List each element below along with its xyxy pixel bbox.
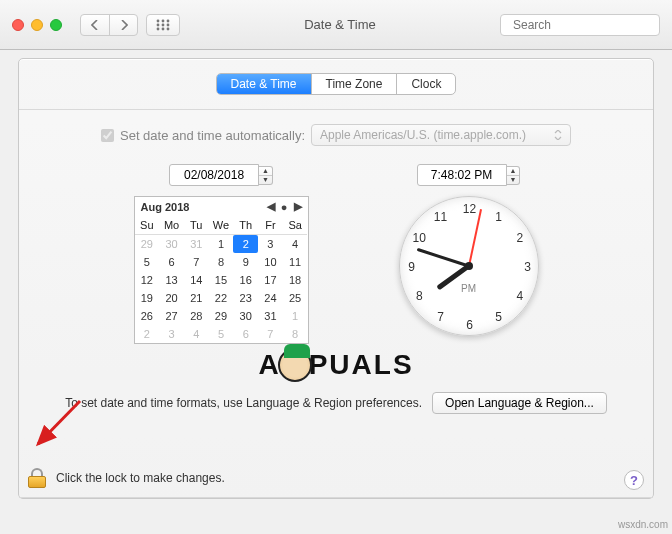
formats-row: To set date and time formats, use Langua… (65, 392, 607, 414)
calendar-day[interactable]: 3 (258, 235, 283, 253)
search-input[interactable] (513, 18, 663, 32)
nav-back-forward (80, 14, 138, 36)
calendar-day[interactable]: 28 (184, 307, 209, 325)
calendar-day[interactable]: 20 (159, 289, 184, 307)
calendar-day[interactable]: 13 (159, 271, 184, 289)
clock-number: 9 (408, 260, 415, 274)
time-field: ▲▼ (417, 164, 521, 186)
calendar-day[interactable]: 8 (209, 253, 234, 271)
back-button[interactable] (81, 15, 109, 35)
stepper-down-icon: ▼ (507, 175, 520, 184)
formats-hint: To set date and time formats, use Langua… (65, 396, 422, 410)
tab-segmented-control: Date & TimeTime ZoneClock (216, 73, 457, 95)
tab-time-zone[interactable]: Time Zone (311, 74, 397, 94)
clock-number: 11 (434, 210, 447, 224)
calendar-dow: We (209, 216, 234, 235)
calendar-day[interactable]: 6 (159, 253, 184, 271)
calendar-day[interactable]: 7 (184, 253, 209, 271)
calendar-day-out[interactable]: 6 (233, 325, 258, 343)
calendar-day[interactable]: 10 (258, 253, 283, 271)
calendar-day[interactable]: 9 (233, 253, 258, 271)
calendar-day[interactable]: 11 (283, 253, 308, 271)
image-credit: wsxdn.com (618, 519, 668, 530)
calendar-day-out[interactable]: 8 (283, 325, 308, 343)
calendar-day[interactable]: 30 (233, 307, 258, 325)
calendar-day-out[interactable]: 7 (258, 325, 283, 343)
svg-point-4 (162, 23, 165, 26)
calendar-today-button[interactable]: ● (281, 201, 288, 213)
calendar-day[interactable]: 27 (159, 307, 184, 325)
date-stepper[interactable]: ▲▼ (259, 166, 273, 185)
svg-point-5 (167, 23, 170, 26)
traffic-lights (12, 19, 62, 31)
time-server-dropdown[interactable]: Apple Americas/U.S. (time.apple.com.) (311, 124, 571, 146)
calendar-day[interactable]: 2 (233, 235, 258, 253)
calendar-day[interactable]: 25 (283, 289, 308, 307)
open-language-region-button[interactable]: Open Language & Region... (432, 392, 607, 414)
date-time-tab-content: Set date and time automatically: Apple A… (19, 109, 653, 498)
calendar-day[interactable]: 18 (283, 271, 308, 289)
close-window-button[interactable] (12, 19, 24, 31)
minimize-window-button[interactable] (31, 19, 43, 31)
zoom-window-button[interactable] (50, 19, 62, 31)
preference-pane: Date & TimeTime ZoneClock Set date and t… (18, 58, 654, 499)
calendar-next-button[interactable]: ▶ (294, 200, 302, 213)
calendar-dow: Sa (283, 216, 308, 235)
watermark: A PUALS (258, 348, 413, 382)
calendar-day-out[interactable]: 5 (209, 325, 234, 343)
calendar-day[interactable]: 29 (209, 307, 234, 325)
calendar-day-out[interactable]: 4 (184, 325, 209, 343)
annotation-arrow (30, 396, 90, 459)
minute-hand (417, 248, 469, 268)
calendar-dow: Su (135, 216, 160, 235)
forward-button[interactable] (109, 15, 137, 35)
calendar-day[interactable]: 1 (209, 235, 234, 253)
calendar-day[interactable]: 22 (209, 289, 234, 307)
calendar-day[interactable]: 16 (233, 271, 258, 289)
calendar-day[interactable]: 31 (258, 307, 283, 325)
svg-point-0 (157, 19, 160, 22)
lock-icon[interactable] (28, 468, 46, 488)
calendar-day[interactable]: 14 (184, 271, 209, 289)
calendar-day[interactable]: 12 (135, 271, 160, 289)
auto-set-label: Set date and time automatically: (120, 128, 305, 143)
tab-date-time[interactable]: Date & Time (217, 74, 311, 94)
calendar-day-out[interactable]: 2 (135, 325, 160, 343)
auto-set-checkbox[interactable] (101, 129, 114, 142)
calendar-day[interactable]: 19 (135, 289, 160, 307)
show-all-button[interactable] (146, 14, 180, 36)
clock-number: 8 (416, 289, 423, 303)
calendar-day[interactable]: 23 (233, 289, 258, 307)
lock-hint: Click the lock to make changes. (56, 471, 225, 485)
calendar-dow: Tu (184, 216, 209, 235)
time-server-value: Apple Americas/U.S. (time.apple.com.) (320, 128, 526, 142)
svg-point-1 (162, 19, 165, 22)
calendar-day-out[interactable]: 31 (184, 235, 209, 253)
date-input[interactable] (169, 164, 259, 186)
calendar-day[interactable]: 4 (283, 235, 308, 253)
time-input[interactable] (417, 164, 507, 186)
calendar-day[interactable]: 21 (184, 289, 209, 307)
clock-number: 10 (413, 231, 426, 245)
calendar-day-out[interactable]: 30 (159, 235, 184, 253)
calendar-day-out[interactable]: 29 (135, 235, 160, 253)
help-button[interactable]: ? (624, 470, 644, 490)
calendar: Aug 2018 ◀ ● ▶ SuMoTuWeThFrSa29303112345… (134, 196, 309, 344)
search-field-wrap[interactable] (500, 14, 660, 36)
svg-point-7 (162, 27, 165, 30)
calendar-day[interactable]: 5 (135, 253, 160, 271)
calendar-dow: Mo (159, 216, 184, 235)
calendar-day[interactable]: 15 (209, 271, 234, 289)
svg-point-3 (157, 23, 160, 26)
calendar-day[interactable]: 17 (258, 271, 283, 289)
calendar-day[interactable]: 24 (258, 289, 283, 307)
calendar-day-out[interactable]: 1 (283, 307, 308, 325)
svg-point-6 (157, 27, 160, 30)
calendar-prev-button[interactable]: ◀ (267, 200, 275, 213)
time-column: ▲▼ PM 121234567891011 (399, 164, 539, 336)
time-stepper[interactable]: ▲▼ (507, 166, 521, 185)
calendar-day-out[interactable]: 3 (159, 325, 184, 343)
calendar-day[interactable]: 26 (135, 307, 160, 325)
calendar-dow: Th (233, 216, 258, 235)
tab-clock[interactable]: Clock (396, 74, 455, 94)
